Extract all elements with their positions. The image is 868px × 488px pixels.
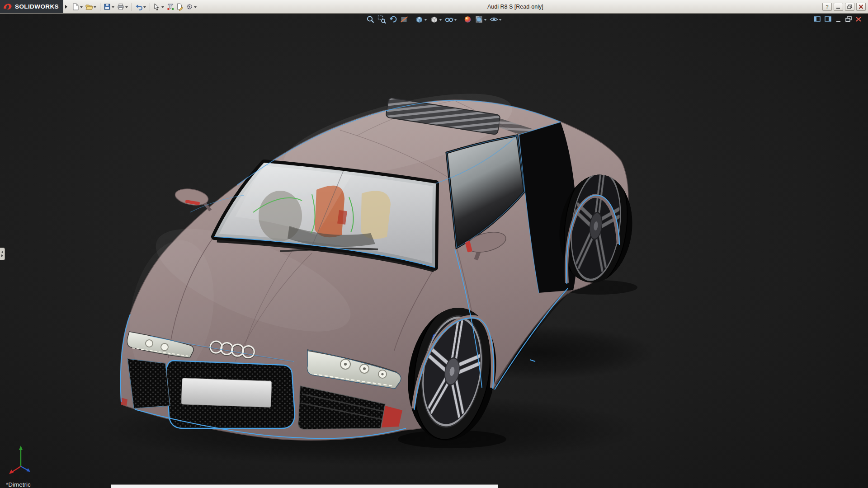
save-icon — [103, 3, 111, 11]
help-button[interactable]: ? — [822, 3, 832, 11]
toolbar-separator — [132, 3, 132, 11]
close-icon — [855, 16, 862, 22]
file-properties-icon — [176, 3, 184, 11]
pane-right-icon — [825, 16, 832, 22]
titlebar: SOLIDWORKS — [0, 0, 868, 14]
dropdown-caret-icon[interactable] — [125, 6, 128, 8]
apply-scene-button[interactable] — [474, 14, 488, 24]
toolbar-separator — [150, 3, 150, 11]
new-document-button[interactable] — [71, 1, 84, 12]
mirror-left[interactable] — [174, 187, 214, 211]
hide-show-items-button[interactable] — [444, 14, 458, 24]
minimize-button[interactable] — [834, 3, 843, 11]
section-view-icon — [400, 15, 409, 24]
section-view-button[interactable] — [399, 14, 410, 24]
dropdown-caret-icon[interactable] — [454, 19, 457, 21]
edit-appearance-icon — [463, 15, 472, 24]
close-icon — [859, 5, 863, 9]
view-orientation-button[interactable] — [414, 14, 429, 24]
zoom-to-fit-button[interactable] — [365, 14, 376, 24]
solidworks-window: SOLIDWORKS — [0, 0, 868, 488]
open-folder-icon — [85, 3, 93, 11]
hide-show-items-icon — [445, 15, 454, 24]
dropdown-caret-icon[interactable] — [425, 19, 427, 21]
collapse-arrow-icon — [1, 251, 3, 253]
dropdown-caret-icon[interactable] — [94, 6, 96, 8]
logo-text: SOLIDWORKS — [15, 3, 59, 10]
expand-arrow-icon — [1, 254, 3, 257]
view-orientation-label: *Dimetric — [6, 481, 31, 488]
window-controls: ? — [822, 3, 868, 11]
close-button[interactable] — [856, 3, 866, 11]
display-style-icon — [430, 15, 439, 24]
save-button[interactable] — [103, 1, 116, 12]
display-style-button[interactable] — [429, 14, 443, 24]
orientation-triad — [7, 443, 39, 475]
featuremanager-flyout-handle[interactable] — [0, 248, 5, 260]
print-button[interactable] — [116, 1, 129, 12]
minimize-icon — [836, 5, 841, 9]
toolbar-separator — [100, 3, 100, 11]
print-icon — [117, 3, 125, 11]
solidworks-logo: SOLIDWORKS — [0, 0, 63, 13]
heads-up-view-toolbar — [365, 14, 503, 24]
zoom-to-area-button[interactable] — [377, 14, 387, 24]
ds-logo-icon — [3, 3, 12, 10]
toggle-pane-right-button[interactable] — [825, 16, 832, 22]
close-document-button[interactable] — [855, 16, 862, 22]
undo-icon — [135, 3, 143, 11]
dropdown-caret-icon[interactable] — [439, 19, 442, 21]
restore-document-button[interactable] — [845, 16, 852, 22]
apply-scene-icon — [475, 15, 484, 24]
dropdown-caret-icon[interactable] — [161, 6, 164, 8]
dropdown-caret-icon[interactable] — [80, 6, 83, 8]
minimize-icon — [835, 16, 842, 22]
restore-icon — [847, 5, 852, 9]
dropdown-caret-icon[interactable] — [499, 19, 502, 21]
undo-button[interactable] — [134, 1, 147, 12]
zoom-to-fit-icon — [366, 15, 375, 24]
select-cursor-icon — [153, 3, 161, 11]
previous-view-button[interactable] — [388, 14, 399, 24]
minimize-document-button[interactable] — [835, 16, 842, 22]
select-button[interactable] — [152, 1, 165, 12]
bottom-taskbar-strip[interactable] — [111, 484, 498, 488]
restore-icon — [845, 16, 852, 22]
dropdown-caret-icon[interactable] — [143, 6, 146, 8]
options-gear-icon — [185, 3, 193, 11]
selection-filter-icon — [166, 3, 175, 11]
edit-appearance-button[interactable] — [462, 14, 473, 24]
dropdown-caret-icon[interactable] — [484, 19, 487, 21]
viewport-3d[interactable]: *Dimetric — [0, 13, 868, 488]
selection-filter-button[interactable] — [166, 1, 175, 12]
options-button[interactable] — [185, 1, 198, 12]
license-plate — [181, 378, 272, 408]
new-document-icon — [71, 3, 80, 11]
dropdown-caret-icon[interactable] — [112, 6, 114, 8]
view-orientation-icon — [415, 15, 424, 24]
view-settings-icon — [490, 15, 499, 24]
zoom-to-area-icon — [377, 15, 387, 24]
pane-left-icon — [814, 16, 821, 22]
document-window-controls — [814, 16, 862, 22]
toolbar-expand-icon[interactable] — [65, 5, 67, 9]
toggle-pane-left-button[interactable] — [814, 16, 821, 22]
dropdown-caret-icon[interactable] — [194, 6, 197, 8]
main-toolbar — [71, 1, 198, 12]
file-properties-button[interactable] — [175, 1, 184, 12]
previous-view-icon — [389, 15, 398, 24]
restore-button[interactable] — [845, 3, 854, 11]
scene-canvas[interactable] — [0, 13, 868, 488]
open-button[interactable] — [85, 1, 98, 12]
view-settings-button[interactable] — [489, 14, 503, 24]
window-title: Audi R8 S [Read-only] — [487, 0, 543, 13]
front-grille[interactable] — [166, 361, 295, 428]
